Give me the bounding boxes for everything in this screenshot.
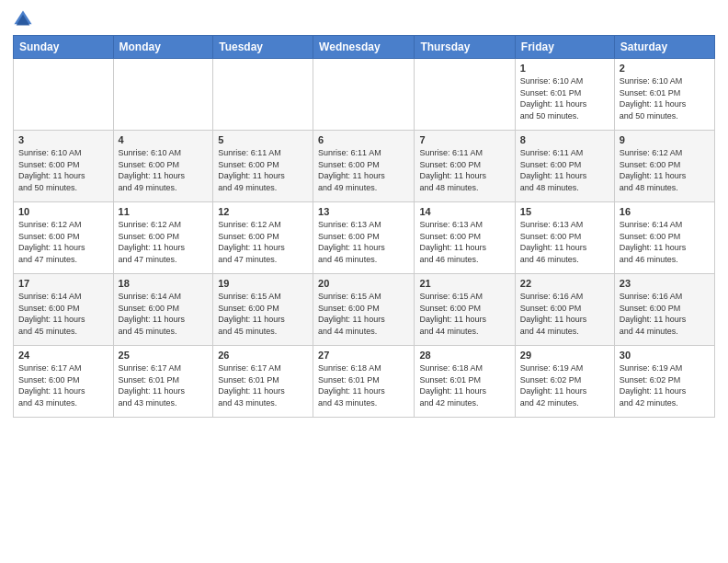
day-info: Sunrise: 6:19 AM Sunset: 6:02 PM Dayligh… bbox=[520, 362, 609, 408]
day-info: Sunrise: 6:13 AM Sunset: 6:00 PM Dayligh… bbox=[318, 219, 409, 265]
header bbox=[13, 9, 715, 29]
calendar-cell: 15Sunrise: 6:13 AM Sunset: 6:00 PM Dayli… bbox=[515, 202, 614, 274]
day-info: Sunrise: 6:15 AM Sunset: 6:00 PM Dayligh… bbox=[218, 291, 308, 337]
calendar-cell bbox=[113, 59, 213, 131]
weekday-header-wednesday: Wednesday bbox=[313, 36, 415, 59]
day-info: Sunrise: 6:14 AM Sunset: 6:00 PM Dayligh… bbox=[18, 291, 108, 337]
day-info: Sunrise: 6:17 AM Sunset: 6:01 PM Dayligh… bbox=[119, 362, 209, 408]
day-info: Sunrise: 6:11 AM Sunset: 6:00 PM Dayligh… bbox=[218, 147, 308, 193]
calendar-cell: 30Sunrise: 6:19 AM Sunset: 6:02 PM Dayli… bbox=[614, 346, 714, 418]
day-number: 19 bbox=[218, 278, 308, 289]
week-row-2: 10Sunrise: 6:12 AM Sunset: 6:00 PM Dayli… bbox=[14, 202, 715, 274]
week-row-0: 1Sunrise: 6:10 AM Sunset: 6:01 PM Daylig… bbox=[14, 59, 715, 131]
day-info: Sunrise: 6:10 AM Sunset: 6:00 PM Dayligh… bbox=[119, 147, 209, 193]
day-number: 6 bbox=[318, 134, 409, 145]
calendar-cell: 26Sunrise: 6:17 AM Sunset: 6:01 PM Dayli… bbox=[213, 346, 313, 418]
day-number: 20 bbox=[318, 278, 409, 289]
day-info: Sunrise: 6:17 AM Sunset: 6:01 PM Dayligh… bbox=[218, 362, 308, 408]
day-info: Sunrise: 6:15 AM Sunset: 6:00 PM Dayligh… bbox=[318, 291, 409, 337]
day-number: 12 bbox=[218, 206, 308, 217]
calendar-cell: 6Sunrise: 6:11 AM Sunset: 6:00 PM Daylig… bbox=[313, 131, 415, 202]
day-info: Sunrise: 6:12 AM Sunset: 6:00 PM Dayligh… bbox=[218, 219, 308, 265]
calendar-cell: 19Sunrise: 6:15 AM Sunset: 6:00 PM Dayli… bbox=[213, 274, 313, 346]
day-number: 8 bbox=[520, 134, 609, 145]
day-number: 17 bbox=[18, 278, 108, 289]
calendar-cell: 1Sunrise: 6:10 AM Sunset: 6:01 PM Daylig… bbox=[515, 59, 614, 131]
day-number: 26 bbox=[218, 350, 308, 361]
calendar-cell: 2Sunrise: 6:10 AM Sunset: 6:01 PM Daylig… bbox=[614, 59, 714, 131]
day-info: Sunrise: 6:12 AM Sunset: 6:00 PM Dayligh… bbox=[620, 147, 710, 193]
day-info: Sunrise: 6:11 AM Sunset: 6:00 PM Dayligh… bbox=[318, 147, 409, 193]
calendar-cell: 21Sunrise: 6:15 AM Sunset: 6:00 PM Dayli… bbox=[415, 274, 515, 346]
day-info: Sunrise: 6:14 AM Sunset: 6:00 PM Dayligh… bbox=[620, 219, 710, 265]
calendar-cell: 5Sunrise: 6:11 AM Sunset: 6:00 PM Daylig… bbox=[213, 131, 313, 202]
calendar-cell: 8Sunrise: 6:11 AM Sunset: 6:00 PM Daylig… bbox=[515, 131, 614, 202]
calendar-cell: 9Sunrise: 6:12 AM Sunset: 6:00 PM Daylig… bbox=[614, 131, 714, 202]
weekday-header-monday: Monday bbox=[113, 36, 213, 59]
day-number: 22 bbox=[520, 278, 609, 289]
calendar-cell: 27Sunrise: 6:18 AM Sunset: 6:01 PM Dayli… bbox=[313, 346, 415, 418]
day-info: Sunrise: 6:10 AM Sunset: 6:01 PM Dayligh… bbox=[520, 75, 609, 121]
day-number: 1 bbox=[520, 63, 609, 74]
day-info: Sunrise: 6:18 AM Sunset: 6:01 PM Dayligh… bbox=[419, 362, 509, 408]
day-info: Sunrise: 6:19 AM Sunset: 6:02 PM Dayligh… bbox=[620, 362, 710, 408]
day-number: 25 bbox=[119, 350, 209, 361]
calendar-cell bbox=[14, 59, 114, 131]
calendar-cell: 18Sunrise: 6:14 AM Sunset: 6:00 PM Dayli… bbox=[113, 274, 213, 346]
day-number: 18 bbox=[119, 278, 209, 289]
day-number: 28 bbox=[419, 350, 509, 361]
day-number: 24 bbox=[18, 350, 108, 361]
day-info: Sunrise: 6:17 AM Sunset: 6:00 PM Dayligh… bbox=[18, 362, 108, 408]
calendar-cell: 7Sunrise: 6:11 AM Sunset: 6:00 PM Daylig… bbox=[415, 131, 515, 202]
day-number: 14 bbox=[419, 206, 509, 217]
weekday-header-tuesday: Tuesday bbox=[213, 36, 313, 59]
calendar-cell: 17Sunrise: 6:14 AM Sunset: 6:00 PM Dayli… bbox=[14, 274, 114, 346]
day-info: Sunrise: 6:11 AM Sunset: 6:00 PM Dayligh… bbox=[520, 147, 609, 193]
calendar-cell bbox=[415, 59, 515, 131]
weekday-header-thursday: Thursday bbox=[415, 36, 515, 59]
day-number: 29 bbox=[520, 350, 609, 361]
calendar-cell: 24Sunrise: 6:17 AM Sunset: 6:00 PM Dayli… bbox=[14, 346, 114, 418]
logo bbox=[13, 9, 35, 29]
calendar-cell: 22Sunrise: 6:16 AM Sunset: 6:00 PM Dayli… bbox=[515, 274, 614, 346]
day-number: 5 bbox=[218, 134, 308, 145]
day-info: Sunrise: 6:13 AM Sunset: 6:00 PM Dayligh… bbox=[520, 219, 609, 265]
day-number: 16 bbox=[620, 206, 710, 217]
calendar-cell bbox=[313, 59, 415, 131]
calendar-cell: 11Sunrise: 6:12 AM Sunset: 6:00 PM Dayli… bbox=[113, 202, 213, 274]
day-info: Sunrise: 6:14 AM Sunset: 6:00 PM Dayligh… bbox=[119, 291, 209, 337]
calendar-cell: 14Sunrise: 6:13 AM Sunset: 6:00 PM Dayli… bbox=[415, 202, 515, 274]
day-info: Sunrise: 6:13 AM Sunset: 6:00 PM Dayligh… bbox=[419, 219, 509, 265]
weekday-header-saturday: Saturday bbox=[614, 36, 714, 59]
day-number: 15 bbox=[520, 206, 609, 217]
day-info: Sunrise: 6:10 AM Sunset: 6:00 PM Dayligh… bbox=[18, 147, 108, 193]
calendar-cell: 3Sunrise: 6:10 AM Sunset: 6:00 PM Daylig… bbox=[14, 131, 114, 202]
day-number: 27 bbox=[318, 350, 409, 361]
day-number: 10 bbox=[18, 206, 108, 217]
logo-icon bbox=[13, 9, 33, 29]
week-row-1: 3Sunrise: 6:10 AM Sunset: 6:00 PM Daylig… bbox=[14, 131, 715, 202]
calendar-cell: 25Sunrise: 6:17 AM Sunset: 6:01 PM Dayli… bbox=[113, 346, 213, 418]
day-number: 3 bbox=[18, 134, 108, 145]
day-info: Sunrise: 6:16 AM Sunset: 6:00 PM Dayligh… bbox=[520, 291, 609, 337]
day-number: 9 bbox=[620, 134, 710, 145]
calendar-cell: 23Sunrise: 6:16 AM Sunset: 6:00 PM Dayli… bbox=[614, 274, 714, 346]
weekday-header-friday: Friday bbox=[515, 36, 614, 59]
calendar-cell: 12Sunrise: 6:12 AM Sunset: 6:00 PM Dayli… bbox=[213, 202, 313, 274]
day-number: 30 bbox=[620, 350, 710, 361]
day-info: Sunrise: 6:10 AM Sunset: 6:01 PM Dayligh… bbox=[620, 75, 710, 121]
weekday-header-row: SundayMondayTuesdayWednesdayThursdayFrid… bbox=[14, 36, 715, 59]
day-number: 2 bbox=[620, 63, 710, 74]
page: SundayMondayTuesdayWednesdayThursdayFrid… bbox=[0, 0, 728, 427]
week-row-3: 17Sunrise: 6:14 AM Sunset: 6:00 PM Dayli… bbox=[14, 274, 715, 346]
day-number: 21 bbox=[419, 278, 509, 289]
calendar-table: SundayMondayTuesdayWednesdayThursdayFrid… bbox=[13, 35, 715, 418]
calendar-cell: 29Sunrise: 6:19 AM Sunset: 6:02 PM Dayli… bbox=[515, 346, 614, 418]
calendar-cell: 4Sunrise: 6:10 AM Sunset: 6:00 PM Daylig… bbox=[113, 131, 213, 202]
calendar-cell: 20Sunrise: 6:15 AM Sunset: 6:00 PM Dayli… bbox=[313, 274, 415, 346]
day-info: Sunrise: 6:12 AM Sunset: 6:00 PM Dayligh… bbox=[119, 219, 209, 265]
day-info: Sunrise: 6:11 AM Sunset: 6:00 PM Dayligh… bbox=[419, 147, 509, 193]
day-number: 7 bbox=[419, 134, 509, 145]
weekday-header-sunday: Sunday bbox=[14, 36, 114, 59]
day-info: Sunrise: 6:15 AM Sunset: 6:00 PM Dayligh… bbox=[419, 291, 509, 337]
